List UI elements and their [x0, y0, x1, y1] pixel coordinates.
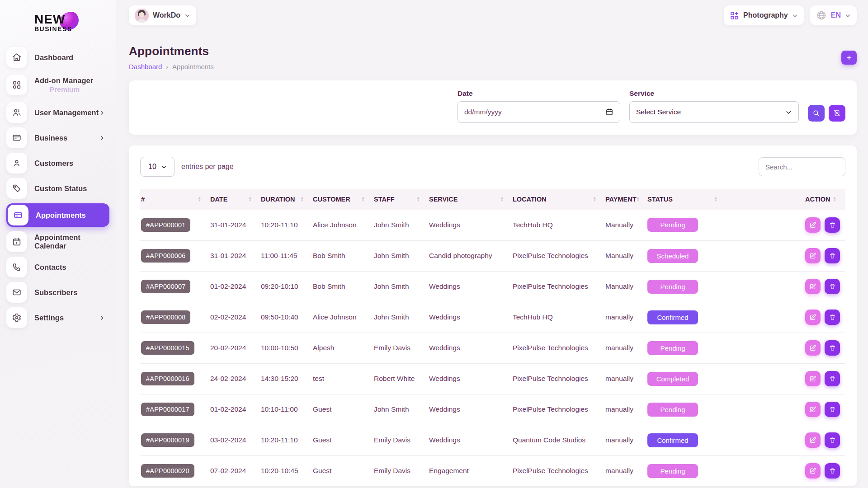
breadcrumb: Dashboard › Appointments	[129, 63, 214, 70]
trash-icon	[829, 283, 836, 290]
language-switcher[interactable]: EN	[810, 5, 857, 25]
cell-payment: manually	[605, 394, 647, 425]
edit-pencil-icon	[809, 467, 816, 474]
credit-card-icon	[6, 127, 27, 148]
sort-icon: ▲▼	[833, 197, 836, 202]
sort-icon: ▲▼	[362, 197, 365, 202]
edit-appointment-button[interactable]	[805, 310, 821, 325]
sort-icon: ▲▼	[593, 197, 596, 202]
table-row: #APP0000015 20-02-2024 10:00-10:50 Alpes…	[140, 333, 845, 363]
cell-service: Weddings	[429, 333, 513, 363]
edit-appointment-button[interactable]	[805, 432, 821, 448]
cell-service: Weddings	[429, 302, 513, 333]
appointments-table: #▲▼ DATE▲▼ DURATION▲▼ CUSTOMER▲▼ STAFF▲▼…	[140, 189, 845, 486]
sidebar-item-business[interactable]: Business	[6, 127, 109, 148]
delete-appointment-button[interactable]	[825, 248, 840, 263]
cell-location: TechHub HQ	[513, 210, 605, 240]
delete-appointment-button[interactable]	[825, 340, 840, 356]
add-appointment-button[interactable]: +	[841, 51, 857, 65]
edit-appointment-button[interactable]	[805, 463, 821, 479]
user-icon	[6, 153, 27, 174]
column-header-duration[interactable]: DURATION▲▼	[261, 189, 313, 210]
sidebar-item-label: Appointment Calendar	[34, 233, 109, 250]
column-header-service[interactable]: SERVICE▲▼	[429, 189, 513, 210]
breadcrumb-current: Appointments	[172, 63, 214, 70]
delete-appointment-button[interactable]	[825, 279, 840, 294]
status-badge: Pending	[647, 280, 698, 294]
cell-duration: 10:20-10:45	[261, 455, 313, 486]
edit-appointment-button[interactable]	[805, 217, 821, 233]
column-header-date[interactable]: DATE▲▼	[210, 189, 261, 210]
breadcrumb-dashboard-link[interactable]: Dashboard	[129, 63, 162, 70]
cell-location: TechHub HQ	[513, 302, 605, 333]
cell-service: Engagement	[429, 455, 513, 486]
table-row: #APP000006 31-01-2024 11:00-11:45 Bob Sm…	[140, 240, 845, 271]
apply-filter-button[interactable]	[808, 105, 825, 122]
cell-staff: John Smith	[374, 210, 429, 240]
cell-location: PixelPulse Technologies	[513, 455, 605, 486]
reset-filter-button[interactable]	[829, 105, 845, 122]
entries-per-page-select[interactable]: 10	[140, 157, 175, 177]
trash-icon	[829, 406, 836, 413]
column-header-id[interactable]: #▲▼	[140, 189, 210, 210]
language-code: EN	[831, 11, 841, 19]
delete-appointment-button[interactable]	[825, 463, 840, 479]
appointments-table-body: #APP000001 31-01-2024 10:20-11:10 Alice …	[140, 210, 845, 486]
service-filter-select[interactable]: Select Service	[629, 101, 799, 123]
sidebar-item-customers[interactable]: Customers	[6, 153, 109, 174]
column-header-action[interactable]: ACTION▲▼	[726, 189, 845, 210]
appointments-card-icon	[8, 205, 28, 225]
sidebar-item-addon-manager[interactable]: Add-on Manager Premium	[6, 72, 109, 98]
edit-appointment-button[interactable]	[805, 371, 821, 386]
sidebar-item-appointments[interactable]: Appointments	[6, 203, 109, 227]
table-header-row: #▲▼ DATE▲▼ DURATION▲▼ CUSTOMER▲▼ STAFF▲▼…	[140, 189, 845, 210]
column-header-status[interactable]: STATUS▲▼	[647, 189, 726, 210]
column-header-payment[interactable]: PAYMENT▲▼	[605, 189, 647, 210]
cell-staff: John Smith	[374, 394, 429, 425]
appointment-id-badge: #APP000006	[141, 249, 190, 263]
edit-pencil-icon	[809, 283, 816, 290]
sidebar-item-contacts[interactable]: Contacts	[6, 257, 109, 277]
sidebar-item-subscribers[interactable]: Subscribers	[6, 282, 109, 303]
cell-duration: 10:00-10:50	[261, 333, 313, 363]
chevron-down-icon	[792, 13, 798, 19]
sidebar-item-sublabel: Premium	[34, 85, 109, 94]
cell-duration: 10:20-11:10	[261, 210, 313, 240]
sort-icon: ▲▼	[417, 197, 420, 202]
delete-appointment-button[interactable]	[825, 402, 840, 417]
edit-appointment-button[interactable]	[805, 402, 821, 417]
column-header-customer[interactable]: CUSTOMER▲▼	[313, 189, 374, 210]
column-header-staff[interactable]: STAFF▲▼	[374, 189, 429, 210]
sidebar-item-label: Contacts	[34, 263, 109, 272]
delete-appointment-button[interactable]	[825, 217, 840, 233]
main-content: WorkDo Photography EN Appointments Dashb…	[129, 0, 857, 486]
sidebar-item-custom-status[interactable]: Custom Status	[6, 178, 109, 199]
user-menu[interactable]: WorkDo	[129, 5, 196, 25]
page-title: Appointments	[129, 44, 214, 58]
edit-appointment-button[interactable]	[805, 279, 821, 294]
grid-icon	[6, 75, 27, 95]
sidebar-item-settings[interactable]: Settings	[6, 307, 109, 328]
trash-icon	[829, 221, 836, 229]
status-badge: Pending	[647, 464, 698, 478]
sidebar-item-user-management[interactable]: User Management	[6, 102, 109, 123]
cell-payment: Manually	[605, 210, 647, 240]
sidebar-item-label: Settings	[34, 314, 99, 322]
table-search-input[interactable]	[759, 157, 845, 176]
entries-per-page-label: entries per page	[181, 163, 234, 171]
date-filter-input[interactable]: dd/mm/yyyy	[458, 101, 620, 123]
edit-appointment-button[interactable]	[805, 340, 821, 356]
sidebar-item-dashboard[interactable]: Dashboard	[6, 47, 109, 68]
delete-appointment-button[interactable]	[825, 432, 840, 448]
edit-pencil-icon	[809, 314, 816, 321]
sidebar-item-appointment-calendar[interactable]: Appointment Calendar	[6, 231, 109, 252]
delete-appointment-button[interactable]	[825, 371, 840, 386]
sidebar-item-label: Subscribers	[34, 288, 109, 297]
delete-appointment-button[interactable]	[825, 310, 840, 325]
cell-service: Weddings	[429, 394, 513, 425]
column-header-location[interactable]: LOCATION▲▼	[513, 189, 605, 210]
workspace-switcher[interactable]: Photography	[724, 5, 804, 25]
cell-service: Weddings	[429, 210, 513, 240]
edit-appointment-button[interactable]	[805, 248, 821, 263]
edit-pencil-icon	[809, 344, 816, 352]
